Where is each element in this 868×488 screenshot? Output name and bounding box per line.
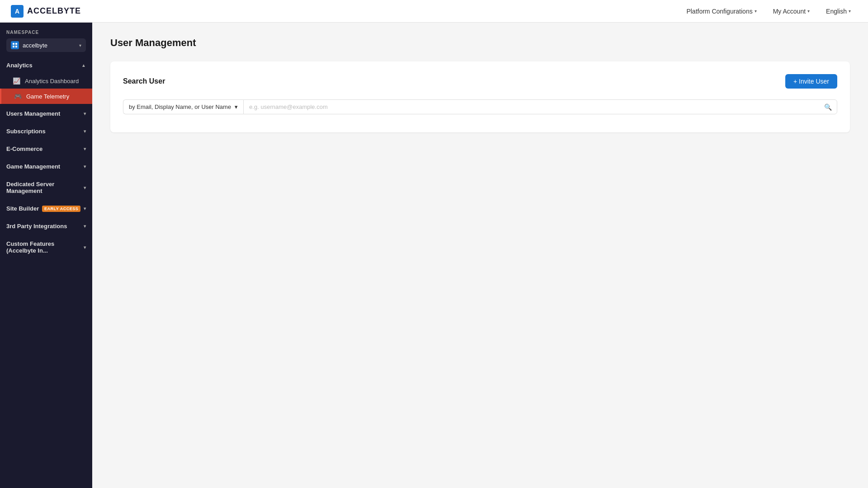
namespace-value: accelbyte	[23, 42, 75, 49]
users-management-header[interactable]: Users Management ▾	[0, 106, 92, 122]
namespace-section: NAMESPACE accelbyte ▾	[0, 23, 92, 56]
svg-rect-3	[15, 46, 17, 47]
3rd-party-label: 3rd Party Integrations	[6, 223, 67, 230]
main-content: User Management Search User + Invite Use…	[92, 23, 868, 488]
analytics-label: Analytics	[6, 62, 33, 69]
platform-configurations-btn[interactable]: Platform Configurations ▾	[680, 5, 763, 18]
game-management-chevron: ▾	[84, 164, 86, 169]
analytics-dashboard-icon: 📈	[13, 77, 20, 84]
analytics-chevron: ▲	[81, 63, 86, 68]
sidebar-section-custom-features: Custom Features (Accelbyte In... ▾	[0, 236, 92, 258]
ecommerce-header[interactable]: E-Commerce ▾	[0, 141, 92, 157]
search-filter-label: by Email, Display Name, or User Name	[129, 103, 231, 110]
svg-rect-1	[15, 43, 17, 45]
dedicated-server-header[interactable]: Dedicated Server Management ▾	[0, 176, 92, 199]
subscriptions-label: Subscriptions	[6, 128, 46, 135]
game-management-header[interactable]: Game Management ▾	[0, 159, 92, 174]
platform-configurations-chevron: ▾	[755, 9, 757, 14]
site-builder-chevron: ▾	[84, 206, 86, 211]
game-telemetry-label: Game Telemetry	[26, 93, 69, 100]
site-builder-label: Site Builder	[6, 205, 39, 212]
dedicated-server-label: Dedicated Server Management	[6, 181, 84, 194]
sidebar-section-ecommerce: E-Commerce ▾	[0, 141, 92, 157]
top-nav: A ACCELBYTE Platform Configurations ▾ My…	[0, 0, 868, 23]
search-row: by Email, Display Name, or User Name ▾ 🔍	[123, 99, 837, 114]
language-btn[interactable]: English ▾	[820, 5, 857, 18]
svg-rect-2	[13, 46, 14, 47]
namespace-chevron: ▾	[79, 43, 81, 48]
game-telemetry-icon: 🎮	[14, 93, 22, 100]
search-user-card: Search User + Invite User by Email, Disp…	[110, 61, 850, 132]
search-filter-chevron: ▾	[235, 103, 238, 110]
language-chevron: ▾	[849, 9, 851, 14]
search-filter-dropdown[interactable]: by Email, Display Name, or User Name ▾	[123, 99, 243, 114]
custom-features-label: Custom Features (Accelbyte In...	[6, 240, 84, 254]
search-input[interactable]	[243, 99, 837, 114]
page-title: User Management	[110, 37, 850, 49]
my-account-chevron: ▾	[807, 9, 810, 14]
sidebar-section-dedicated-server: Dedicated Server Management ▾	[0, 176, 92, 199]
dedicated-server-chevron: ▾	[84, 185, 86, 190]
sidebar-item-game-telemetry[interactable]: 🎮 Game Telemetry	[0, 89, 92, 104]
analytics-dashboard-label: Analytics Dashboard	[25, 78, 79, 84]
subscriptions-header[interactable]: Subscriptions ▾	[0, 123, 92, 139]
3rd-party-chevron: ▾	[84, 224, 86, 229]
search-icon: 🔍	[824, 103, 832, 111]
invite-user-label: + Invite User	[793, 78, 829, 85]
logo-icon: A	[11, 5, 24, 18]
users-management-chevron: ▾	[84, 111, 86, 116]
my-account-btn[interactable]: My Account ▾	[767, 5, 816, 18]
ecommerce-chevron: ▾	[84, 146, 86, 151]
logo: A ACCELBYTE	[11, 5, 81, 18]
top-nav-right: Platform Configurations ▾ My Account ▾ E…	[680, 5, 857, 18]
game-management-label: Game Management	[6, 163, 60, 170]
users-management-label: Users Management	[6, 110, 60, 117]
sidebar-section-site-builder: Site Builder EARLY ACCESS ▾	[0, 201, 92, 216]
namespace-label: NAMESPACE	[6, 30, 86, 35]
subscriptions-chevron: ▾	[84, 129, 86, 134]
sidebar-section-3rd-party: 3rd Party Integrations ▾	[0, 218, 92, 234]
sidebar-item-analytics-dashboard[interactable]: 📈 Analytics Dashboard	[0, 73, 92, 89]
search-input-wrap: 🔍	[243, 99, 837, 114]
namespace-icon	[11, 41, 19, 49]
sidebar-section-game-management: Game Management ▾	[0, 159, 92, 174]
custom-features-chevron: ▾	[84, 245, 86, 250]
3rd-party-header[interactable]: 3rd Party Integrations ▾	[0, 218, 92, 234]
language-label: English	[826, 8, 847, 15]
site-builder-header[interactable]: Site Builder EARLY ACCESS ▾	[0, 201, 92, 216]
svg-rect-0	[13, 43, 14, 45]
early-access-badge: EARLY ACCESS	[42, 206, 80, 212]
platform-configurations-label: Platform Configurations	[686, 8, 752, 15]
custom-features-header[interactable]: Custom Features (Accelbyte In... ▾	[0, 236, 92, 258]
sidebar-section-analytics: Analytics ▲ 📈 Analytics Dashboard 🎮 Game…	[0, 57, 92, 104]
ecommerce-label: E-Commerce	[6, 145, 42, 152]
my-account-label: My Account	[773, 8, 806, 15]
sidebar: NAMESPACE accelbyte ▾ Analytics ▲	[0, 23, 92, 488]
analytics-section-header[interactable]: Analytics ▲	[0, 57, 92, 73]
app-layout: NAMESPACE accelbyte ▾ Analytics ▲	[0, 23, 868, 488]
search-card-title: Search User	[123, 77, 165, 85]
sidebar-section-subscriptions: Subscriptions ▾	[0, 123, 92, 139]
invite-user-button[interactable]: + Invite User	[785, 74, 837, 89]
namespace-selector[interactable]: accelbyte ▾	[6, 38, 86, 52]
search-card-header: Search User + Invite User	[123, 74, 837, 89]
logo-text: ACCELBYTE	[27, 6, 81, 16]
sidebar-section-users: Users Management ▾	[0, 106, 92, 122]
